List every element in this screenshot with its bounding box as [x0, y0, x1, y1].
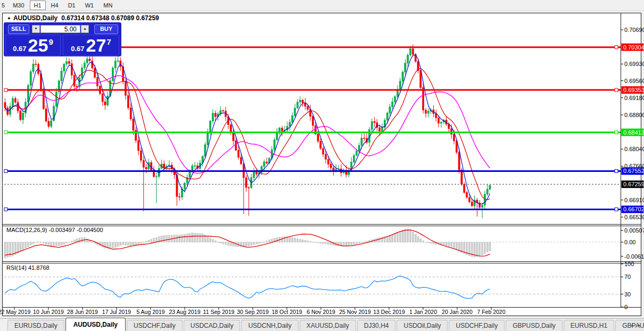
timeframe-button-m30[interactable]: M30 [9, 1, 28, 10]
svg-text:17 Jul 2019: 17 Jul 2019 [102, 309, 131, 315]
svg-text:0.68800: 0.68800 [624, 112, 644, 118]
svg-text:0.69180: 0.69180 [624, 95, 644, 101]
macd-indicator-label: MACD(12,26,9) -0.003497 -0.004500 [6, 227, 103, 233]
chart-symbol-label: AUDUSD,Daily [13, 14, 57, 22]
svg-text:11 Sep 2019: 11 Sep 2019 [203, 309, 235, 315]
chart-tab-bar: EURUSD,DailyAUDUSD,DailyUSDCHF,DailyUSDC… [0, 318, 644, 331]
volume-increase-button[interactable]: ▲ [81, 25, 89, 33]
svg-text:30: 30 [624, 291, 631, 297]
svg-text:1 Jan 2020: 1 Jan 2020 [409, 309, 437, 315]
timeframe-button-mn[interactable]: MN [99, 1, 117, 10]
svg-text:70: 70 [624, 274, 631, 280]
svg-text:0.66530: 0.66530 [624, 214, 644, 220]
chart-tab-usdcnh-daily[interactable]: USDCNH,Daily [241, 320, 298, 331]
svg-text:0.00: 0.00 [624, 239, 635, 245]
chart-tab-usdchf-daily[interactable]: USDCHF,Daily [127, 320, 183, 331]
tabs-scroll-right-icon[interactable]: ► [637, 323, 641, 328]
sell-price-prefix: 0.67 [13, 45, 26, 53]
svg-text:0.66702: 0.66702 [623, 206, 644, 212]
svg-text:28 Jun 2019: 28 Jun 2019 [67, 309, 98, 315]
svg-text:25 Nov 2019: 25 Nov 2019 [339, 309, 371, 315]
svg-text:5 Aug 2019: 5 Aug 2019 [136, 309, 164, 315]
svg-text:0.69353: 0.69353 [623, 87, 644, 93]
svg-text:20 Jan 2020: 20 Jan 2020 [442, 309, 473, 315]
timeframe-button-h4[interactable]: H4 [47, 1, 63, 10]
buy-price-display[interactable]: 0.67277 [63, 35, 119, 56]
chart-tab-usdcad-daily[interactable]: USDCAD,Daily [184, 320, 241, 331]
buy-price-big: 27 [86, 36, 106, 54]
timeframe-button-h1[interactable]: H1 [30, 1, 46, 10]
chart-ohlc-values: 0.67314 0.67348 0.67089 0.67259 [61, 14, 159, 22]
sell-button[interactable]: SELL [8, 24, 29, 34]
svg-text:0.68413: 0.68413 [623, 129, 644, 136]
chart-tab-usdoil-daily[interactable]: USDOil,Daily [397, 320, 448, 331]
svg-text:0.68040: 0.68040 [624, 146, 644, 152]
volume-input[interactable] [40, 25, 80, 33]
chart-tab-usdchf-daily[interactable]: USDCHF,Daily [449, 320, 505, 331]
sell-price-display[interactable]: 0.67259 [5, 35, 61, 56]
sell-price-pip: 9 [48, 37, 53, 46]
svg-text:-0.006148: -0.006148 [624, 253, 644, 260]
tabs-scroll-arrows: ◄► [626, 323, 641, 328]
svg-text:0.005076: 0.005076 [624, 227, 644, 234]
svg-text:23 Aug 2019: 23 Aug 2019 [169, 309, 201, 315]
collapse-icon[interactable]: ▲ [7, 15, 11, 20]
svg-text:18 Oct 2019: 18 Oct 2019 [271, 309, 302, 315]
svg-text:0.70304: 0.70304 [623, 44, 644, 51]
svg-text:22 May 2019: 22 May 2019 [0, 309, 31, 315]
svg-text:0.70690: 0.70690 [624, 27, 644, 33]
chart-tab-dj30-h4[interactable]: DJ30,H4 [357, 320, 396, 331]
chart-tab-audusd-daily[interactable]: AUDUSD,Daily [65, 318, 126, 331]
chart-tab-gbpusd-daily[interactable]: GBPUSD,Daily [506, 320, 563, 331]
svg-text:30 Sep 2019: 30 Sep 2019 [237, 309, 269, 315]
svg-text:0.67660: 0.67660 [624, 163, 644, 169]
buy-button[interactable]: BUY [94, 24, 118, 34]
svg-text:0.69560: 0.69560 [624, 78, 644, 84]
svg-text:7 Feb 2020: 7 Feb 2020 [477, 309, 505, 315]
one-click-trading-panel: SELL ▼ ▲ BUY 0.67259 0.67277 [4, 22, 121, 56]
svg-text:13 Dec 2019: 13 Dec 2019 [373, 309, 405, 315]
rsi-indicator-label: RSI(14) 41.8768 [6, 264, 49, 271]
buy-price-pip: 7 [106, 37, 111, 46]
timeframe-button-w1[interactable]: W1 [81, 1, 98, 10]
chart-tab-eurusd-daily[interactable]: EURUSD,Daily [7, 320, 64, 331]
svg-text:0: 0 [624, 304, 628, 310]
svg-text:0.66910: 0.66910 [624, 197, 644, 203]
chart-title: ▲AUDUSD,Daily0.67314 0.67348 0.67089 0.6… [7, 14, 159, 22]
timeframe-button-d1[interactable]: D1 [64, 1, 80, 10]
buy-price-prefix: 0.67 [71, 45, 84, 53]
volume-decrease-button[interactable]: ▼ [32, 25, 40, 33]
sell-price-big: 25 [28, 36, 48, 54]
svg-text:100: 100 [624, 261, 634, 267]
svg-text:0.67259: 0.67259 [623, 181, 644, 187]
chart-tab-xauusd-daily[interactable]: XAUUSD,Daily [300, 320, 356, 331]
svg-text:6 Nov 2019: 6 Nov 2019 [307, 309, 335, 315]
svg-text:0.69930: 0.69930 [624, 61, 644, 67]
tabs-scroll-left-icon[interactable]: ◄ [630, 323, 634, 328]
timeframe-button-5[interactable]: 5 [1, 1, 7, 10]
timeframe-toolbar: 5M30H1H4D1W1MN [0, 0, 644, 11]
chart-tab-eurusd-h1[interactable]: EURUSD,H1 [564, 320, 614, 331]
svg-text:10 Jun 2019: 10 Jun 2019 [33, 309, 64, 315]
